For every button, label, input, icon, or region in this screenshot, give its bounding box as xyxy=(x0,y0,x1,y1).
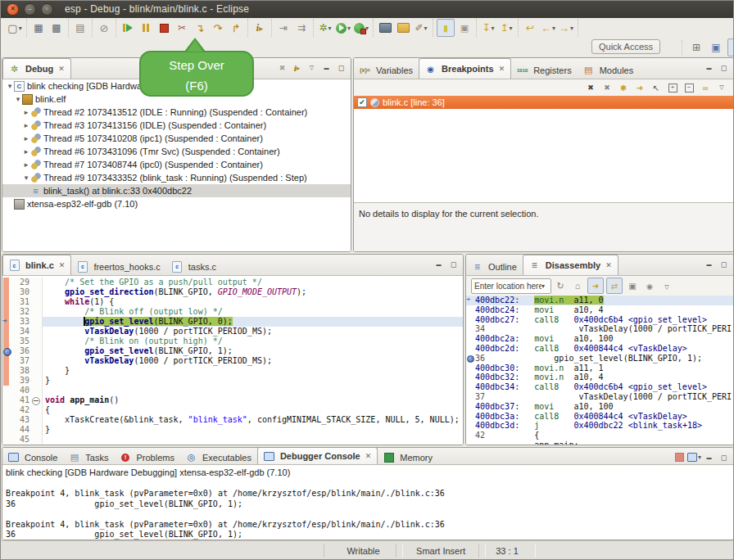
editor-line[interactable]: 39} xyxy=(2,376,463,386)
show-breakpoints-for-button[interactable]: ✱ xyxy=(616,81,631,94)
debug-perspective-button[interactable]: ✲ xyxy=(727,38,734,56)
tab-breakpoints[interactable]: ◉Breakpoints✕ xyxy=(419,58,511,79)
save-button[interactable]: ▦ xyxy=(30,20,47,36)
status-smart-insert[interactable]: Smart Insert xyxy=(396,544,486,558)
select-pointer-button[interactable]: ↖ xyxy=(649,81,664,94)
tab-outline[interactable]: ≡Outline xyxy=(466,258,523,275)
close-tab-icon[interactable]: ✕ xyxy=(365,452,372,460)
window-maximize-button[interactable]: ▫ xyxy=(41,3,53,16)
close-tab-icon[interactable]: ✕ xyxy=(58,65,65,73)
new-wizard-dropdown-icon[interactable]: ▾ xyxy=(19,25,22,32)
collapse-all-button[interactable]: − xyxy=(682,81,696,94)
location-combo[interactable]: Enter location here ▾ xyxy=(471,278,551,294)
disassembly-listing[interactable]: ➜400dbc22: movi.n a11, 0400dbc24: movi a… xyxy=(466,296,733,445)
open-new-view-button[interactable]: ▣ xyxy=(625,278,640,293)
back-dropdown-icon[interactable]: ▾ xyxy=(552,25,555,32)
tab-executables[interactable]: ◎Executables xyxy=(180,450,257,464)
tab-tasks-c[interactable]: ctasks.c xyxy=(166,258,222,275)
collapse-twisty-icon[interactable]: ▾ xyxy=(22,174,30,182)
breakpoint-icon[interactable] xyxy=(467,355,474,363)
minimize-button[interactable]: ▬ xyxy=(432,257,446,271)
disassembly-row[interactable]: 400dbc2d: call8 0x400844c4 <vTaskDelay> xyxy=(466,344,733,354)
code-editor[interactable]: 29 /* Set the GPIO as a push/pull output… xyxy=(2,276,463,445)
mark-occurrences-button[interactable]: ▣ xyxy=(456,20,473,36)
disassembly-row[interactable]: 400dbc32: movi.n a10, 4 xyxy=(466,373,733,382)
debug-tree-row[interactable]: ≡blink_task() at blink.c:33 0x400dbc22 xyxy=(2,184,351,197)
go-to-file-button[interactable]: ➜ xyxy=(632,81,647,94)
editor-gutter[interactable]: 38 xyxy=(2,366,43,376)
last-edit-location-button[interactable]: ↩ xyxy=(522,20,538,36)
tab-memory[interactable]: Memory xyxy=(378,450,438,464)
instruction-step-mode-button[interactable]: i▸ xyxy=(290,61,304,75)
debug-dropdown-icon[interactable]: ▾ xyxy=(328,25,332,32)
flash-dropdown-icon[interactable]: ▾ xyxy=(424,25,428,32)
tab-tasks[interactable]: ▤Tasks xyxy=(63,450,114,464)
display-console-button[interactable]: ▾ xyxy=(687,450,701,464)
editor-line[interactable]: 38 } xyxy=(2,366,463,376)
remove-all-terminated-button[interactable]: ✖ xyxy=(275,61,289,75)
editor-gutter[interactable]: 37 xyxy=(2,356,43,366)
disassembly-row[interactable]: 400dbc3d: j 0x400dbc22 <blink_task+18> xyxy=(466,421,733,431)
editor-gutter[interactable]: 39 xyxy=(2,376,43,386)
flash-button[interactable]: ✐▾ xyxy=(413,20,429,36)
editor-line[interactable]: 36 gpio_set_level(BLINK_GPIO, 1); xyxy=(2,346,463,356)
editor-gutter[interactable]: 42 xyxy=(2,405,43,415)
skip-all-breakpoints-button[interactable]: ⊘ xyxy=(96,20,112,36)
expand-twisty-icon[interactable]: ▸ xyxy=(22,134,30,142)
close-tab-icon[interactable]: ✕ xyxy=(605,261,612,269)
combo-dropdown-icon[interactable]: ▾ xyxy=(541,282,545,290)
disassembly-row[interactable]: 400dbc30: movi.n a11, 1 xyxy=(466,364,733,373)
refresh-button[interactable]: ↻ xyxy=(553,278,568,293)
suspend-button[interactable] xyxy=(138,20,154,36)
breakpoint-row[interactable]: ✔ blink.c [line: 36] xyxy=(354,96,733,109)
tab-freertos-hooks-c[interactable]: cfreertos_hooks.c xyxy=(71,258,165,275)
forward-dropdown-icon[interactable]: ▾ xyxy=(570,25,573,32)
disassembly-row[interactable]: 400dbc34: call8 0x400dc6b4 <gpio_set_lev… xyxy=(466,382,733,392)
previous-annotation-dropdown-icon[interactable]: ▾ xyxy=(510,25,513,32)
link-with-debug-button[interactable]: ∞ xyxy=(698,81,713,94)
pin-button[interactable]: ◉ xyxy=(642,279,657,294)
disassembly-row[interactable]: ➜400dbc22: movi.n a11, 0 xyxy=(466,296,733,305)
collapse-twisty-icon[interactable]: ▾ xyxy=(14,95,22,103)
minimize-button[interactable]: ▬ xyxy=(702,61,716,75)
tab-disassembly[interactable]: ≡Disassembly✕ xyxy=(523,255,618,275)
tab-modules[interactable]: ▤Modules xyxy=(578,61,640,79)
run-dropdown-icon[interactable]: ▾ xyxy=(347,25,351,32)
editor-gutter[interactable]: 36 xyxy=(2,346,43,356)
disassembly-row[interactable]: 400dbc27: call8 0x400dc6b4 <gpio_set_lev… xyxy=(466,315,733,325)
save-all-button[interactable]: ▩ xyxy=(48,20,65,36)
debug-tree-row[interactable]: ▸Thread #6 1073431096 (Tmr Svc) (Suspend… xyxy=(2,145,351,158)
disassembly-row[interactable]: 400dbc2a: movi a10, 100 xyxy=(466,334,733,344)
step-filters-button[interactable]: ⇥ xyxy=(275,20,292,36)
tab-debug[interactable]: ✲Debug✕ xyxy=(2,58,71,79)
collapse-twisty-icon[interactable]: ▾ xyxy=(6,82,14,90)
expand-twisty-icon[interactable]: ▸ xyxy=(22,121,30,129)
view-menu-button[interactable]: ▽ xyxy=(659,280,674,295)
instruction-stepping-button[interactable]: i▸ xyxy=(251,20,268,36)
disassembly-row[interactable]: 400dbc3a: call8 0x400844c4 <vTaskDelay> xyxy=(466,412,733,422)
editor-gutter[interactable]: 35 xyxy=(2,336,43,346)
editor-gutter[interactable]: 29 xyxy=(2,278,43,287)
tab-console[interactable]: Console xyxy=(2,450,63,464)
editor-line[interactable]: 34 vTaskDelay(1000 / portTICK_PERIOD_MS)… xyxy=(2,327,463,336)
close-tab-icon[interactable]: ✕ xyxy=(59,261,66,269)
expand-twisty-icon[interactable]: ▸ xyxy=(22,147,30,156)
quick-access-button[interactable]: Quick Access xyxy=(591,39,660,54)
external-tools-button[interactable]: ▾ xyxy=(353,20,369,36)
fold-collapse-icon[interactable] xyxy=(32,397,40,405)
previous-annotation-button[interactable]: ↥▾ xyxy=(498,20,514,36)
view-menu-button[interactable]: ▽ xyxy=(714,81,729,94)
run-button[interactable]: ▾ xyxy=(335,20,351,36)
editor-line[interactable]: 32 /* Blink off (output low) */ xyxy=(2,307,463,317)
open-project-button[interactable] xyxy=(395,20,411,36)
terminate-console-button[interactable] xyxy=(673,450,686,464)
display-console-dropdown-icon[interactable]: ▾ xyxy=(698,454,701,461)
trace-control-button[interactable]: ⇉ xyxy=(293,20,310,36)
editor-gutter[interactable]: 32 xyxy=(2,307,43,317)
editor-line[interactable]: 44} xyxy=(2,425,463,435)
breakpoint-icon[interactable] xyxy=(3,348,11,356)
disconnect-button[interactable]: ✂ xyxy=(174,20,190,36)
editor-line[interactable]: 29 /* Set the GPIO as a push/pull output… xyxy=(2,278,463,287)
open-perspective-button[interactable]: ⊞ xyxy=(688,39,705,56)
next-annotation-dropdown-icon[interactable]: ▾ xyxy=(492,25,495,32)
